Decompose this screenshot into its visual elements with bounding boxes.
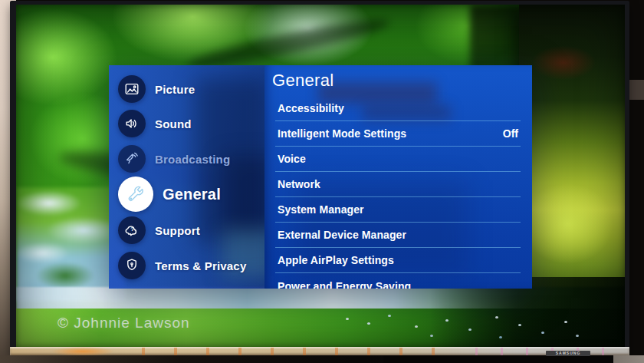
wall-shelf-line	[627, 80, 644, 100]
menu-row-label: Intelligent Mode Settings	[278, 127, 406, 140]
sidebar-item-sound[interactable]: Sound	[109, 108, 264, 139]
wall-right	[627, 0, 644, 363]
bezel-reflection	[125, 348, 455, 355]
sidebar-item-label: Picture	[155, 83, 195, 96]
menu-row-accessibility[interactable]: Accessibility	[275, 96, 521, 121]
menu-row-label: External Device Manager	[278, 229, 406, 241]
menu-row-value: Off	[503, 127, 518, 140]
sidebar-item-terms-privacy[interactable]: Terms & Privacy	[109, 250, 264, 281]
menu-row-network[interactable]: Network	[275, 172, 521, 197]
photo-of-tv: © Johnnie Lawson Picture	[0, 0, 644, 363]
sidebar-item-broadcasting[interactable]: Broadcasting	[109, 144, 264, 174]
tv-stand-shadow	[383, 355, 613, 363]
menu-row-label: Power and Energy Saving	[278, 280, 411, 289]
sidebar-item-picture[interactable]: Picture	[109, 74, 264, 104]
water-sparkles	[346, 318, 349, 320]
sound-icon	[118, 110, 146, 137]
samsung-logo-badge: SAMSUNG	[546, 351, 590, 356]
broadcasting-icon	[118, 145, 146, 173]
sidebar-item-label: Support	[155, 224, 200, 237]
panel-title: General	[272, 71, 334, 91]
menu-row-system-manager[interactable]: System Manager	[275, 197, 521, 223]
sidebar-item-support[interactable]: ? Support	[109, 215, 264, 246]
menu-row-label: System Manager	[278, 203, 364, 216]
panel-rows: Accessibility Intelligent Mode Settings …	[264, 96, 532, 289]
settings-sidebar: Picture Sound	[109, 65, 264, 289]
sidebar-item-label: General	[163, 186, 221, 203]
menu-row-label: Network	[278, 178, 320, 190]
menu-row-intelligent-mode-settings[interactable]: Intelligent Mode Settings Off	[275, 121, 521, 147]
svg-text:?: ?	[130, 226, 134, 233]
sidebar-item-label: Broadcasting	[155, 153, 230, 166]
settings-menu: Picture Sound	[109, 65, 532, 289]
menu-row-external-device-manager[interactable]: External Device Manager	[275, 223, 521, 248]
menu-row-apple-airplay-settings[interactable]: Apple AirPlay Settings	[275, 248, 521, 273]
tv-screen: © Johnnie Lawson Picture	[16, 5, 625, 347]
sidebar-item-label: Terms & Privacy	[155, 259, 246, 272]
bezel-reflection	[462, 348, 627, 355]
menu-row-power-and-energy-saving[interactable]: Power and Energy Saving	[275, 273, 521, 289]
terms-privacy-icon	[118, 252, 146, 279]
support-icon: ?	[118, 216, 146, 244]
menu-row-label: Apple AirPlay Settings	[278, 254, 394, 266]
menu-row-label: Voice	[278, 153, 306, 165]
sidebar-item-general[interactable]: General	[109, 177, 264, 212]
menu-row-label: Accessibility	[278, 102, 344, 114]
photo-watermark: © Johnnie Lawson	[58, 315, 190, 332]
menu-row-voice[interactable]: Voice	[275, 147, 521, 172]
picture-icon	[118, 75, 146, 103]
general-wrench-icon	[118, 177, 153, 212]
settings-panel-general: General Accessibility Intelligent Mode S…	[264, 65, 532, 289]
sidebar-item-label: Sound	[155, 117, 192, 130]
